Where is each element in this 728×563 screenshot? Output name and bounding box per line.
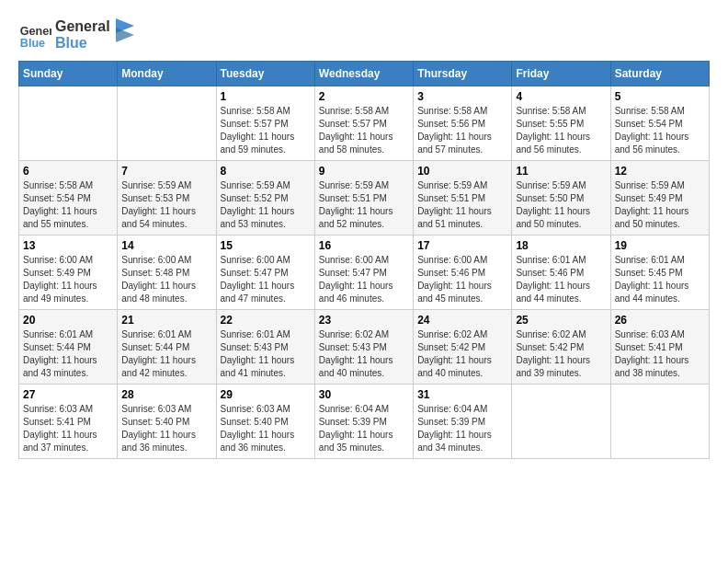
weekday-header-friday: Friday — [512, 62, 610, 86]
day-cell: 1Sunrise: 5:58 AM Sunset: 5:57 PM Daylig… — [216, 86, 314, 161]
day-cell: 19Sunrise: 6:01 AM Sunset: 5:45 PM Dayli… — [610, 236, 709, 310]
day-cell: 30Sunrise: 6:04 AM Sunset: 5:39 PM Dayli… — [314, 385, 413, 459]
day-info: Sunrise: 6:00 AM Sunset: 5:48 PM Dayligh… — [121, 254, 211, 305]
day-cell: 13Sunrise: 6:00 AM Sunset: 5:49 PM Dayli… — [19, 236, 118, 310]
day-number: 2 — [319, 90, 409, 103]
day-number: 19 — [615, 239, 705, 252]
day-cell: 15Sunrise: 6:00 AM Sunset: 5:47 PM Dayli… — [216, 236, 314, 310]
day-cell — [610, 385, 709, 459]
day-cell: 11Sunrise: 5:59 AM Sunset: 5:50 PM Dayli… — [512, 161, 610, 236]
day-cell: 6Sunrise: 5:58 AM Sunset: 5:54 PM Daylig… — [19, 161, 118, 236]
day-info: Sunrise: 6:02 AM Sunset: 5:42 PM Dayligh… — [417, 328, 507, 380]
day-info: Sunrise: 6:04 AM Sunset: 5:39 PM Dayligh… — [417, 403, 507, 454]
day-cell: 8Sunrise: 5:59 AM Sunset: 5:52 PM Daylig… — [216, 161, 314, 236]
day-number: 12 — [615, 165, 705, 178]
day-number: 11 — [516, 165, 606, 178]
day-cell: 9Sunrise: 5:59 AM Sunset: 5:51 PM Daylig… — [314, 161, 413, 236]
day-number: 25 — [516, 314, 606, 327]
day-info: Sunrise: 5:58 AM Sunset: 5:56 PM Dayligh… — [417, 105, 507, 156]
day-cell — [118, 86, 216, 161]
day-number: 8 — [221, 165, 311, 178]
day-cell: 24Sunrise: 6:02 AM Sunset: 5:42 PM Dayli… — [414, 310, 512, 385]
day-info: Sunrise: 6:01 AM Sunset: 5:44 PM Dayligh… — [23, 328, 113, 380]
day-info: Sunrise: 5:58 AM Sunset: 5:54 PM Dayligh… — [615, 105, 705, 156]
day-number: 13 — [23, 239, 113, 252]
day-info: Sunrise: 6:00 AM Sunset: 5:47 PM Dayligh… — [319, 254, 409, 305]
day-cell: 7Sunrise: 5:59 AM Sunset: 5:53 PM Daylig… — [118, 161, 216, 236]
svg-text:Blue: Blue — [20, 37, 45, 50]
weekday-header-tuesday: Tuesday — [216, 62, 314, 86]
day-info: Sunrise: 5:58 AM Sunset: 5:57 PM Dayligh… — [319, 105, 409, 156]
day-cell: 28Sunrise: 6:03 AM Sunset: 5:40 PM Dayli… — [118, 385, 216, 459]
weekday-header-thursday: Thursday — [414, 62, 512, 86]
weekday-header-saturday: Saturday — [610, 62, 709, 86]
week-row-4: 27Sunrise: 6:03 AM Sunset: 5:41 PM Dayli… — [19, 385, 710, 459]
header: General Blue General Blue — [18, 18, 710, 52]
day-number: 30 — [319, 388, 409, 401]
day-cell: 29Sunrise: 6:03 AM Sunset: 5:40 PM Dayli… — [216, 385, 314, 459]
calendar: SundayMondayTuesdayWednesdayThursdayFrid… — [18, 61, 710, 459]
logo-general: General — [55, 18, 110, 35]
day-info: Sunrise: 5:59 AM Sunset: 5:51 PM Dayligh… — [417, 179, 507, 231]
weekday-header-wednesday: Wednesday — [314, 62, 413, 86]
day-number: 27 — [23, 388, 113, 401]
day-info: Sunrise: 6:01 AM Sunset: 5:45 PM Dayligh… — [615, 254, 705, 305]
day-number: 9 — [319, 165, 409, 178]
day-number: 17 — [417, 239, 507, 252]
day-number: 21 — [121, 314, 211, 327]
day-info: Sunrise: 6:02 AM Sunset: 5:43 PM Dayligh… — [319, 328, 409, 380]
day-number: 23 — [319, 314, 409, 327]
day-info: Sunrise: 5:58 AM Sunset: 5:57 PM Dayligh… — [221, 105, 311, 156]
day-info: Sunrise: 5:59 AM Sunset: 5:50 PM Dayligh… — [516, 179, 606, 231]
day-number: 10 — [417, 165, 507, 178]
day-cell: 17Sunrise: 6:00 AM Sunset: 5:46 PM Dayli… — [414, 236, 512, 310]
day-cell: 25Sunrise: 6:02 AM Sunset: 5:42 PM Dayli… — [512, 310, 610, 385]
day-info: Sunrise: 5:59 AM Sunset: 5:52 PM Dayligh… — [221, 179, 311, 231]
weekday-header-sunday: Sunday — [19, 62, 118, 86]
day-cell: 16Sunrise: 6:00 AM Sunset: 5:47 PM Dayli… — [314, 236, 413, 310]
weekday-header-row: SundayMondayTuesdayWednesdayThursdayFrid… — [19, 62, 710, 86]
day-cell: 5Sunrise: 5:58 AM Sunset: 5:54 PM Daylig… — [610, 86, 709, 161]
day-number: 3 — [417, 90, 507, 103]
day-cell: 20Sunrise: 6:01 AM Sunset: 5:44 PM Dayli… — [19, 310, 118, 385]
svg-marker-5 — [116, 28, 134, 42]
day-cell: 18Sunrise: 6:01 AM Sunset: 5:46 PM Dayli… — [512, 236, 610, 310]
day-info: Sunrise: 6:03 AM Sunset: 5:40 PM Dayligh… — [121, 403, 211, 454]
week-row-0: 1Sunrise: 5:58 AM Sunset: 5:57 PM Daylig… — [19, 86, 710, 161]
day-cell: 4Sunrise: 5:58 AM Sunset: 5:55 PM Daylig… — [512, 86, 610, 161]
day-number: 1 — [221, 90, 311, 103]
day-cell: 26Sunrise: 6:03 AM Sunset: 5:41 PM Dayli… — [610, 310, 709, 385]
day-number: 20 — [23, 314, 113, 327]
logo-flag-icon — [116, 18, 134, 44]
day-info: Sunrise: 5:59 AM Sunset: 5:51 PM Dayligh… — [319, 179, 409, 231]
day-cell: 10Sunrise: 5:59 AM Sunset: 5:51 PM Dayli… — [414, 161, 512, 236]
day-info: Sunrise: 6:00 AM Sunset: 5:49 PM Dayligh… — [23, 254, 113, 305]
week-row-1: 6Sunrise: 5:58 AM Sunset: 5:54 PM Daylig… — [19, 161, 710, 236]
day-number: 6 — [23, 165, 113, 178]
day-number: 15 — [221, 239, 311, 252]
day-info: Sunrise: 6:03 AM Sunset: 5:40 PM Dayligh… — [221, 403, 311, 454]
day-info: Sunrise: 5:59 AM Sunset: 5:53 PM Dayligh… — [121, 179, 211, 231]
day-info: Sunrise: 6:00 AM Sunset: 5:47 PM Dayligh… — [221, 254, 311, 305]
day-number: 18 — [516, 239, 606, 252]
day-cell: 14Sunrise: 6:00 AM Sunset: 5:48 PM Dayli… — [118, 236, 216, 310]
day-number: 26 — [615, 314, 705, 327]
day-info: Sunrise: 5:58 AM Sunset: 5:54 PM Dayligh… — [23, 179, 113, 231]
day-cell — [19, 86, 118, 161]
day-info: Sunrise: 6:01 AM Sunset: 5:43 PM Dayligh… — [221, 328, 311, 380]
day-info: Sunrise: 6:03 AM Sunset: 5:41 PM Dayligh… — [23, 403, 113, 454]
day-number: 22 — [221, 314, 311, 327]
weekday-header-monday: Monday — [118, 62, 216, 86]
day-number: 31 — [417, 388, 507, 401]
day-info: Sunrise: 6:00 AM Sunset: 5:46 PM Dayligh… — [417, 254, 507, 305]
day-cell — [512, 385, 610, 459]
day-number: 29 — [221, 388, 311, 401]
logo: General Blue General Blue — [18, 18, 134, 52]
day-info: Sunrise: 6:01 AM Sunset: 5:46 PM Dayligh… — [516, 254, 606, 305]
day-number: 7 — [121, 165, 211, 178]
day-cell: 31Sunrise: 6:04 AM Sunset: 5:39 PM Dayli… — [414, 385, 512, 459]
day-info: Sunrise: 6:01 AM Sunset: 5:44 PM Dayligh… — [121, 328, 211, 380]
logo-icon: General Blue — [18, 18, 51, 52]
week-row-3: 20Sunrise: 6:01 AM Sunset: 5:44 PM Dayli… — [19, 310, 710, 385]
day-info: Sunrise: 6:03 AM Sunset: 5:41 PM Dayligh… — [615, 328, 705, 380]
